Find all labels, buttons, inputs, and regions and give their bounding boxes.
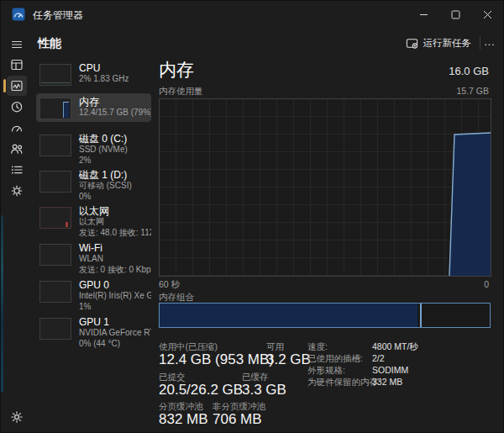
- stat-value: 3.2 GB: [266, 351, 311, 368]
- window-title: 任务管理器: [33, 8, 83, 23]
- titlebar: 任务管理器: [1, 1, 503, 28]
- gpu1-mini-chart: [39, 318, 71, 340]
- composition-separator: [420, 304, 422, 327]
- disk0-mini-chart: [39, 135, 71, 156]
- performance-icon[interactable]: [7, 76, 27, 96]
- stat-value: 3.3 GB: [242, 382, 286, 399]
- sidebar-item-sub: SSD (NVMe): [79, 145, 128, 156]
- ethernet-mini-chart: [39, 207, 71, 229]
- x-axis-right-label: 0: [484, 279, 489, 289]
- sidebar-item-sub2: 0%: [79, 192, 132, 203]
- sidebar-item-title: Wi-Fi: [79, 242, 151, 254]
- sidebar-item-sub2: 0% (44 °C): [79, 339, 151, 350]
- close-button[interactable]: [471, 1, 503, 28]
- memory-title: 内存: [159, 58, 194, 82]
- task-manager-window: 任务管理器: [0, 0, 504, 433]
- stat-label: 已使用的插槽:: [307, 353, 363, 365]
- menu-icon[interactable]: [7, 34, 27, 55]
- sidebar-item-disk0[interactable]: 磁盘 0 (C:) SSD (NVMe) 2%: [36, 130, 151, 168]
- sidebar-item-title: GPU 1: [79, 316, 151, 328]
- x-axis-left-label: 60 秒: [159, 279, 180, 291]
- selected-tab-accent: [3, 79, 6, 92]
- run-new-task-label: 运行新任务: [423, 37, 472, 50]
- stat-value: SODIMM: [372, 365, 408, 375]
- sidebar-item-sub2: 2%: [79, 156, 128, 166]
- sidebar-item-ethernet[interactable]: 以太网 以太网 发送: 48.0 接收: 112 K: [36, 203, 151, 240]
- cpu-mini-chart: [39, 64, 71, 86]
- sidebar-item-sub: 12.4/15.7 GB (79%): [79, 108, 151, 119]
- memory-total: 16.0 GB: [449, 65, 489, 77]
- sidebar-item-title: GPU 0: [79, 279, 151, 291]
- users-icon[interactable]: [7, 139, 27, 159]
- details-icon[interactable]: [7, 160, 27, 180]
- stat-label: 外形规格:: [307, 365, 345, 377]
- sidebar-item-sub: WLAN: [79, 254, 151, 265]
- composition-caption: 内存组合: [159, 292, 194, 304]
- stat-value: 4800 MT/秒: [372, 341, 418, 353]
- startup-apps-icon[interactable]: [7, 118, 27, 138]
- run-new-task-button[interactable]: 运行新任务: [401, 34, 477, 52]
- usage-chart-caption: 内存使用量: [159, 86, 203, 98]
- sidebar-item-wifi[interactable]: Wi-Fi WLAN 发送: 0 接收: 0 Kbps: [36, 240, 151, 277]
- disk1-mini-chart: [39, 171, 71, 193]
- stat-value: 332 MB: [372, 377, 402, 387]
- stat-value: 706 MB: [213, 411, 262, 428]
- sidebar-item-gpu1[interactable]: GPU 1 NVIDIA GeForce RTX 0% (44 °C): [36, 314, 151, 351]
- app-history-icon[interactable]: [7, 97, 27, 117]
- stat-label: 为硬件保留的内存:: [307, 377, 381, 388]
- run-new-task-icon: [406, 37, 418, 50]
- sidebar-item-sub: 可移动 (SCSI): [79, 181, 132, 192]
- maximize-button[interactable]: [439, 1, 471, 28]
- memory-usage-chart: [159, 98, 491, 277]
- sidebar-item-title: 内存: [79, 96, 151, 108]
- window-controls: [407, 1, 503, 28]
- sidebar-item-cpu[interactable]: CPU 2% 1.83 GHz: [36, 60, 151, 88]
- sidebar-item-title: 磁盘 0 (C:): [79, 133, 128, 145]
- sidebar-item-title: CPU: [79, 62, 129, 74]
- memory-composition-bar[interactable]: [159, 303, 491, 328]
- usage-chart-scale-max: 15.7 GB: [456, 86, 489, 96]
- page-title: 性能: [38, 36, 61, 51]
- stat-label: 速度:: [307, 341, 328, 353]
- sidebar-item-title: 以太网: [79, 205, 151, 217]
- settings-icon[interactable]: [7, 407, 27, 427]
- stat-value: 12.4 GB (953 MB): [159, 351, 274, 368]
- stat-value: 832 MB: [159, 411, 208, 428]
- sidebar-item-sub: NVIDIA GeForce RTX: [79, 328, 151, 339]
- sidebar-item-disk1[interactable]: 磁盘 1 (D:) 可移动 (SCSI) 0%: [36, 166, 151, 204]
- processes-icon[interactable]: [7, 55, 27, 75]
- gpu0-mini-chart: [39, 281, 71, 303]
- sidebar-item-sub: 2% 1.83 GHz: [79, 74, 129, 85]
- sidebar-item-sub2: 1%: [79, 302, 151, 313]
- minimize-button[interactable]: [407, 1, 439, 28]
- memory-mini-chart: [39, 98, 71, 119]
- sidebar-item-gpu0[interactable]: GPU 0 Intel(R) Iris(R) Xe Grap 1%: [36, 277, 151, 314]
- sidebar-item-title: 磁盘 1 (D:): [79, 169, 132, 181]
- sidebar-item-sub: Intel(R) Iris(R) Xe Grap: [79, 291, 151, 302]
- sidebar-item-sub2: 发送: 48.0 接收: 112 K: [79, 228, 151, 239]
- services-icon[interactable]: [7, 181, 27, 201]
- background-window-sliver: [1, 215, 3, 392]
- composition-in-use-segment: [160, 304, 417, 327]
- app-icon: [12, 8, 25, 21]
- sidebar-item-sub: 以太网: [79, 217, 151, 228]
- sidebar-item-memory[interactable]: 内存 12.4/15.7 GB (79%): [36, 93, 151, 122]
- wifi-mini-chart: [39, 244, 71, 266]
- stat-value: 20.5/26.2 GB: [159, 382, 243, 399]
- memory-usage-fill: [447, 99, 491, 276]
- more-options-button[interactable]: ...: [481, 33, 498, 51]
- toolbar-separator: [480, 36, 480, 50]
- stat-value: 2/2: [372, 353, 385, 363]
- sidebar-item-sub2: 发送: 0 接收: 0 Kbps: [79, 265, 151, 276]
